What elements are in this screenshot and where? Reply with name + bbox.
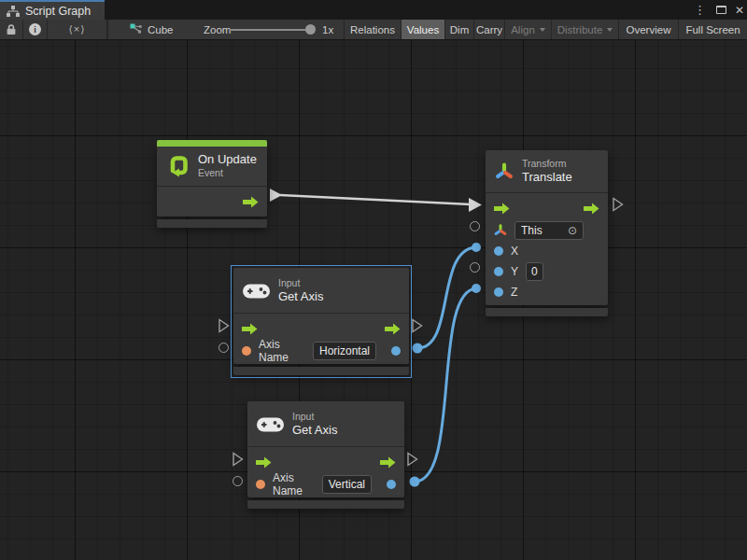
unconnected-port-axis-name[interactable] xyxy=(233,476,243,486)
flow-output-port[interactable] xyxy=(584,203,599,215)
value-output-port[interactable] xyxy=(391,346,401,356)
unconnected-flow-out[interactable] xyxy=(613,197,624,212)
node-footer xyxy=(233,367,409,375)
object-picker-icon[interactable]: ⊙ xyxy=(568,225,577,236)
node-on-update[interactable]: On Update Event xyxy=(157,140,267,228)
overview-button[interactable]: Overview xyxy=(619,20,679,39)
port-label-x: X xyxy=(511,245,518,258)
unconnected-flow-in[interactable] xyxy=(218,318,230,333)
node-title: Get Axis xyxy=(292,423,337,438)
unity-script-graph-window: Script Graph ⋮ ✕ i ⟨×⟩ xyxy=(0,0,747,560)
graph-canvas[interactable]: On Update Event xyxy=(0,40,747,560)
unconnected-port-axis-name[interactable] xyxy=(218,343,229,353)
transform-mini-icon xyxy=(494,224,507,237)
window-menu-icon[interactable]: ⋮ xyxy=(692,4,708,16)
node-get-axis-vertical[interactable]: Input Get Axis xyxy=(247,401,404,509)
tab-script-graph[interactable]: Script Graph xyxy=(0,0,105,20)
connection-endpoint xyxy=(472,243,481,252)
y-value-field[interactable]: 0 xyxy=(526,262,543,281)
flow-output-port[interactable] xyxy=(380,456,396,469)
info-icon: i xyxy=(29,23,41,35)
flow-connection[interactable] xyxy=(280,195,471,204)
transform-icon xyxy=(494,161,514,182)
unconnected-flow-out[interactable] xyxy=(412,318,423,333)
value-port-x[interactable] xyxy=(494,246,503,256)
port-row-z: Z xyxy=(486,282,608,302)
port-label-axis-name: Axis Name xyxy=(273,471,315,497)
zoom-slider-handle[interactable] xyxy=(305,24,316,35)
node-get-axis-horizontal[interactable]: Input Get Axis xyxy=(233,268,409,375)
port-row-axis-name: Axis Name Vertical xyxy=(247,474,404,495)
axis-name-field[interactable]: Horizontal xyxy=(313,342,376,360)
unconnected-flow-out[interactable] xyxy=(407,452,418,467)
port-row-axis-name: Axis Name Horizontal xyxy=(233,341,409,361)
graph-toolbar: i ⟨×⟩ Cube Zoom 1x Relations Values Dim … xyxy=(0,20,747,40)
flow-connection-end-arrow xyxy=(469,198,482,212)
node-type: Input xyxy=(292,411,337,423)
value-port-z[interactable] xyxy=(494,287,503,297)
close-icon[interactable]: ✕ xyxy=(735,5,744,16)
unconnected-flow-in[interactable] xyxy=(233,452,244,467)
node-type: Transform xyxy=(522,158,572,170)
node-footer xyxy=(247,500,404,509)
toolbar-divider xyxy=(107,20,108,39)
unconnected-port-this[interactable] xyxy=(470,221,480,231)
connection-endpoint xyxy=(413,343,423,354)
lock-button[interactable] xyxy=(0,20,23,39)
zoom-value: 1x xyxy=(322,20,333,39)
event-color-bar xyxy=(157,140,267,147)
value-connection-vertical-z[interactable] xyxy=(415,288,477,482)
unconnected-port-y[interactable] xyxy=(470,262,480,273)
string-port-axis-name[interactable] xyxy=(242,346,251,356)
zoom-slider-track[interactable] xyxy=(230,29,312,31)
on-update-loop-icon xyxy=(165,154,190,178)
target-object-indicator[interactable]: Cube xyxy=(130,20,174,39)
code-view-button[interactable]: ⟨×⟩ xyxy=(48,20,107,39)
gamepad-icon xyxy=(242,283,271,300)
relations-button[interactable]: Relations xyxy=(345,20,402,39)
node-title: Translate xyxy=(522,170,572,185)
axis-name-field[interactable]: Vertical xyxy=(322,475,372,494)
node-title: Get Axis xyxy=(278,289,323,304)
flow-input-port[interactable] xyxy=(494,203,510,215)
string-port-axis-name[interactable] xyxy=(256,480,265,489)
chevron-down-icon xyxy=(607,28,613,32)
connection-endpoint xyxy=(410,477,420,487)
dim-button[interactable]: Dim xyxy=(445,20,474,39)
port-label-y: Y xyxy=(511,265,518,278)
target-object-name: Cube xyxy=(148,24,174,35)
graph-hierarchy-icon xyxy=(7,6,20,17)
title-bar: Script Graph ⋮ ✕ xyxy=(0,0,747,20)
value-connection-horizontal-x[interactable] xyxy=(417,247,477,348)
code-icon: ⟨×⟩ xyxy=(68,23,85,35)
graph-target-icon xyxy=(130,23,142,35)
zoom-label: Zoom xyxy=(204,20,231,39)
value-output-port[interactable] xyxy=(387,480,396,489)
distribute-dropdown[interactable]: Distribute xyxy=(552,20,619,39)
values-button[interactable]: Values xyxy=(402,20,445,39)
connection-endpoint xyxy=(472,284,481,293)
flow-input-port[interactable] xyxy=(256,456,272,469)
port-row-this: This ⊙ xyxy=(486,220,608,241)
this-field-value: This xyxy=(521,223,543,238)
maximize-icon[interactable] xyxy=(716,6,726,14)
node-type: Event xyxy=(198,167,257,179)
port-row-y: Y 0 xyxy=(486,261,608,282)
value-port-y[interactable] xyxy=(494,267,503,276)
chevron-down-icon xyxy=(540,28,545,32)
node-transform-translate[interactable]: Transform Translate xyxy=(486,150,608,316)
align-dropdown[interactable]: Align xyxy=(505,20,552,39)
info-button[interactable]: i xyxy=(23,20,48,39)
flow-output-port[interactable] xyxy=(385,323,401,335)
flow-output-port[interactable] xyxy=(243,196,259,208)
this-object-field[interactable]: This ⊙ xyxy=(514,221,584,240)
carry-button[interactable]: Carry xyxy=(474,20,505,39)
port-label-z: Z xyxy=(511,286,517,299)
gamepad-icon xyxy=(256,416,285,433)
node-type: Input xyxy=(278,277,323,289)
node-footer xyxy=(486,308,608,316)
fullscreen-button[interactable]: Full Screen xyxy=(679,20,747,39)
flow-input-port[interactable] xyxy=(242,323,258,335)
node-title: On Update xyxy=(198,152,257,167)
port-label-axis-name: Axis Name xyxy=(259,338,305,364)
